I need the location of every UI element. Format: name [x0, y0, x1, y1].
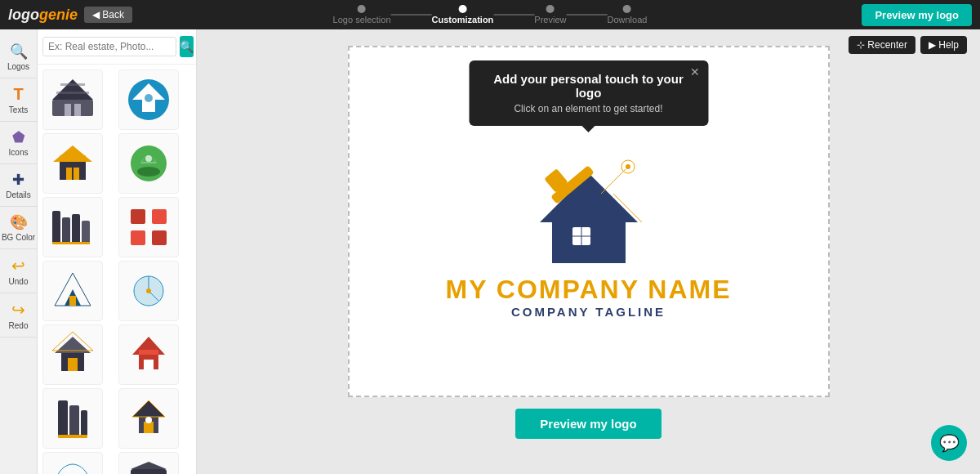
sidebar-item-bgcolor[interactable]: 🎨 BG Color [0, 207, 37, 249]
icons-icon: ⬟ [12, 128, 25, 146]
search-button[interactable]: 🔍 [180, 36, 194, 57]
svg-rect-13 [74, 168, 79, 180]
details-label: Details [6, 190, 31, 199]
svg-rect-42 [139, 350, 158, 355]
logo-thumb-13[interactable] [42, 452, 103, 474]
step-dot-download [623, 5, 631, 13]
svg-rect-31 [69, 296, 76, 306]
step-connector-1 [391, 14, 432, 16]
search-input[interactable] [42, 37, 176, 56]
logo-thumb-4[interactable] [118, 133, 179, 194]
svg-rect-12 [66, 168, 72, 180]
svg-rect-22 [52, 242, 90, 244]
logos-label: Logos [7, 62, 29, 71]
step-label-logo-selection: Logo selection [333, 15, 391, 25]
logo-grid [38, 65, 196, 474]
step-dot-logo-selection [358, 5, 366, 13]
redo-label: Redo [9, 321, 29, 330]
step-dot-customization [458, 5, 466, 13]
bgcolor-icon: 🎨 [10, 213, 28, 231]
tooltip-close-button[interactable]: ✕ [690, 65, 700, 78]
help-button[interactable]: ▶ Help [920, 36, 967, 54]
svg-rect-44 [69, 405, 79, 436]
recenter-button[interactable]: ⊹ Recenter [849, 36, 915, 54]
logo-thumb-8[interactable] [118, 261, 179, 321]
undo-icon: ↩ [11, 256, 25, 275]
preview-my-logo-button-top[interactable]: Preview my logo [862, 4, 972, 26]
svg-rect-37 [68, 358, 78, 371]
back-button[interactable]: ◀ Back [84, 7, 132, 23]
brand-name: logogenie [8, 7, 78, 24]
sidebar-item-texts[interactable]: T Texts [0, 78, 37, 122]
bgcolor-label: BG Color [2, 233, 35, 242]
search-bar: 🔍 [38, 29, 196, 65]
svg-marker-1 [52, 79, 93, 100]
svg-rect-52 [131, 469, 167, 474]
svg-rect-43 [58, 400, 68, 436]
svg-point-17 [145, 155, 152, 162]
step-logo-selection: Logo selection [333, 5, 391, 25]
step-dot-preview [546, 5, 555, 13]
logo-svg [507, 149, 670, 271]
svg-rect-25 [152, 209, 167, 224]
logo-thumb-2[interactable] [118, 69, 179, 130]
svg-rect-50 [144, 422, 154, 433]
svg-rect-21 [82, 221, 90, 244]
svg-rect-45 [81, 410, 87, 436]
svg-rect-19 [62, 217, 70, 244]
canvas-logo[interactable]: MY COMPANY NAME COMPANY TAGLINE [445, 149, 731, 319]
sidebar-item-details[interactable]: ✚ Details [0, 164, 37, 207]
svg-rect-4 [56, 92, 89, 94]
step-download: Download [607, 5, 647, 25]
sidebar-item-undo[interactable]: ↩ Undo [0, 249, 37, 293]
logo-thumb-6[interactable] [118, 197, 179, 257]
logo-thumb-5[interactable] [42, 197, 103, 257]
svg-rect-5 [60, 83, 85, 86]
svg-rect-2 [65, 104, 71, 116]
svg-marker-53 [131, 462, 167, 469]
logo-thumb-3[interactable] [42, 133, 103, 194]
step-customization: Customization [432, 5, 494, 25]
step-connector-2 [493, 14, 534, 16]
svg-marker-10 [53, 145, 92, 162]
svg-point-34 [146, 288, 151, 293]
chat-bubble-button[interactable]: 💬 [931, 425, 967, 461]
step-label-download: Download [607, 15, 647, 25]
undo-label: Undo [9, 277, 29, 286]
company-name[interactable]: MY COMPANY NAME [445, 275, 731, 305]
top-navigation: logogenie ◀ Back Logo selection Customiz… [0, 0, 980, 29]
svg-point-9 [145, 94, 153, 102]
step-connector-3 [566, 14, 607, 16]
logo-thumb-12[interactable] [118, 388, 179, 449]
svg-point-16 [137, 167, 160, 177]
logo-thumb-9[interactable] [42, 324, 103, 385]
svg-rect-14 [60, 155, 86, 158]
canvas-wrapper[interactable]: ✕ Add your personal touch to your logo C… [348, 46, 830, 397]
logo-thumb-14[interactable] [118, 452, 179, 474]
svg-rect-46 [58, 435, 87, 438]
step-label-customization: Customization [432, 15, 494, 25]
sidebar-item-icons[interactable]: ⬟ Icons [0, 122, 37, 164]
svg-marker-47 [132, 400, 165, 417]
logo-thumb-10[interactable] [118, 324, 179, 385]
logo-thumb-7[interactable] [42, 261, 103, 321]
steps-nav: Logo selection Customization Preview Dow… [333, 5, 648, 25]
logos-icon: 🔍 [10, 42, 28, 60]
sidebar-item-redo[interactable]: ↪ Redo [0, 293, 37, 338]
main-layout: 🔍 Logos T Texts ⬟ Icons ✚ Details 🎨 BG C… [0, 29, 980, 474]
company-tagline[interactable]: COMPANY TAGLINE [511, 305, 666, 319]
icons-label: Icons [9, 148, 29, 157]
texts-label: Texts [9, 105, 28, 114]
logo-thumb-11[interactable] [42, 388, 103, 449]
sidebar-item-logos[interactable]: 🔍 Logos [0, 36, 37, 78]
redo-icon: ↪ [11, 300, 25, 320]
svg-rect-26 [152, 230, 167, 245]
svg-rect-20 [72, 214, 80, 244]
svg-rect-24 [131, 230, 145, 245]
tooltip-subtitle: Click on an element to get started! [485, 103, 692, 114]
svg-point-84 [626, 164, 630, 169]
svg-rect-11 [60, 162, 86, 180]
preview-my-logo-button-bottom[interactable]: Preview my logo [515, 409, 661, 439]
logo-thumb-1[interactable] [42, 69, 103, 130]
logo-panel: 🔍 [38, 29, 197, 474]
